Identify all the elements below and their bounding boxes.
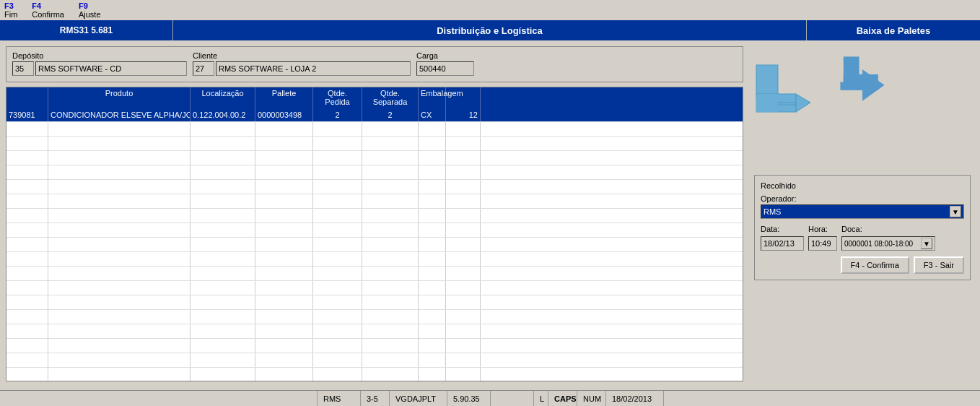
right-panel: Recolhido Operador: RMS ▼ Data: 18/02/13… [751,46,974,381]
form-group-doca: Doca: 0000001 08:00-18:00 ▼ [841,225,935,251]
operador-label: Operador: [761,194,964,203]
table-row [6,137,743,151]
th-qtde-separada: Qtde. Separada [362,87,419,108]
th-localizacao: Localização [191,87,255,108]
doca-arrow-icon[interactable]: ▼ [921,238,932,249]
table-row [6,209,743,223]
table-row [6,295,743,310]
td-pallete: 0000003498 [255,108,313,121]
deposito-name-input[interactable]: RMS SOFTWARE - CD [35,61,187,76]
menu-label-confirma: Confirma [32,10,64,19]
form-group-data: Data: 18/02/13 [761,225,804,251]
table-row [6,180,743,194]
main-content: Depósito 35 RMS SOFTWARE - CD Cliente 27… [0,40,980,387]
td-qtde-separada: 2 [362,108,419,121]
th-pallete: Pallete [255,87,313,108]
status-seg-num2: NUM [577,391,606,406]
title-screen-name: Baixa de Paletes [807,20,980,40]
select-arrow-icon[interactable]: ▼ [950,206,961,217]
operador-value: RMS [764,207,781,216]
status-seg-rms: RMS [318,391,361,406]
table-row [6,267,743,281]
td-localizacao: 0.122.004.00.2 [191,108,255,121]
menu-bar: F3 Fim F4 Confirma F9 Ajuste [0,0,980,20]
title-module-name: Distribuição e Logística [173,20,807,40]
th-produto-name: Produto [48,87,191,108]
table-row [6,223,743,238]
td-produto-id: 739081 [6,108,48,121]
title-app-name: RMS31 5.681 [0,20,173,40]
date-time-row: Data: 18/02/13 Hora: 10:49 Doca: 0000001… [761,225,964,251]
cliente-label: Cliente [193,51,411,60]
fields-box: Depósito 35 RMS SOFTWARE - CD Cliente 27… [6,46,743,82]
deposito-id-input[interactable]: 35 [12,61,34,76]
status-seg-l: L [534,391,548,406]
status-seg-vgda: VGDAJPLT [390,391,447,406]
table-row [6,122,743,137]
table-row [6,353,743,368]
arrow-down-icon [837,53,888,104]
buttons-row: F4 - Confirma F3 - Sair [761,256,964,274]
carga-value-input[interactable]: 500440 [416,61,474,76]
td-embalagem-qty: 12 [446,108,481,121]
th-embalagem-qty [446,87,481,108]
carga-label: Carga [416,51,474,60]
left-panel: Depósito 35 RMS SOFTWARE - CD Cliente 27… [6,46,743,381]
title-bar: RMS31 5.681 Distribuição e Logística Bai… [0,20,980,40]
doca-value: 0000001 08:00-18:00 [844,240,913,248]
menu-item-f9[interactable]: F9 Ajuste [79,1,101,19]
table-row [6,151,743,165]
arrow-container [837,53,888,105]
table-row [6,310,743,324]
data-input[interactable]: 18/02/13 [761,236,804,251]
td-qtde-pedida: 2 [313,108,362,121]
field-group-cliente: Cliente 27 RMS SOFTWARE - LOJA 2 [193,51,411,76]
deposito-label: Depósito [12,51,187,60]
status-seg-date: 18/02/2013 [606,391,664,406]
table-row [6,324,743,339]
doca-select[interactable]: 0000001 08:00-18:00 ▼ [841,236,935,251]
data-label: Data: [761,225,804,233]
table-row [6,238,743,252]
down-arrow-graphic [834,104,891,162]
table-row [6,194,743,209]
th-embalagem: Embalagem [419,87,446,108]
cliente-id-input[interactable]: 27 [193,61,214,76]
th-produto-id [6,87,48,108]
recolhido-title: Recolhido [761,181,964,190]
menu-key-f4: F4 [32,1,41,10]
status-seg-empty [491,391,534,406]
hora-label: Hora: [808,225,837,233]
menu-item-f4[interactable]: F4 Confirma [32,1,64,19]
data-table: Produto Localização Pallete Qtde. Pedida… [6,87,743,381]
table-row [6,252,743,267]
sair-button[interactable]: F3 - Sair [914,256,964,274]
field-group-deposito: Depósito 35 RMS SOFTWARE - CD [12,51,187,76]
recolhido-box: Recolhido Operador: RMS ▼ Data: 18/02/13… [754,175,971,280]
menu-label-fim: Fim [4,10,17,19]
td-embalagem: CX [419,108,446,121]
table-row [6,165,743,180]
td-produto-name: CONDICIONADOR ELSEVE ALPHA/JOJOBA 200 [48,108,191,121]
status-seg-version: 5.90.35 [447,391,491,406]
operador-select[interactable]: RMS ▼ [761,204,964,219]
menu-item-f3[interactable]: F3 Fim [4,1,17,19]
hora-input[interactable]: 10:49 [808,236,837,251]
table-header: Produto Localização Pallete Qtde. Pedida… [6,87,743,108]
table-row [6,368,743,381]
status-seg-1 [0,391,318,406]
th-qtde-pedida: Qtde. Pedida [313,87,362,108]
field-group-carga: Carga 500440 [416,51,474,76]
form-group-hora: Hora: 10:49 [808,225,837,251]
table-row[interactable]: 739081 CONDICIONADOR ELSEVE ALPHA/JOJOBA… [6,108,743,122]
cliente-name-input[interactable]: RMS SOFTWARE - LOJA 2 [216,61,411,76]
table-row [6,339,743,353]
doca-label: Doca: [841,225,935,233]
menu-key-f9: F9 [79,1,88,10]
status-seg-num: 3-5 [361,391,390,406]
menu-key-f3: F3 [4,1,14,10]
table-row [6,281,743,295]
table-body: 739081 CONDICIONADOR ELSEVE ALPHA/JOJOBA… [6,108,743,381]
confirma-button[interactable]: F4 - Confirma [841,256,909,274]
fields-row: Depósito 35 RMS SOFTWARE - CD Cliente 27… [12,51,737,76]
